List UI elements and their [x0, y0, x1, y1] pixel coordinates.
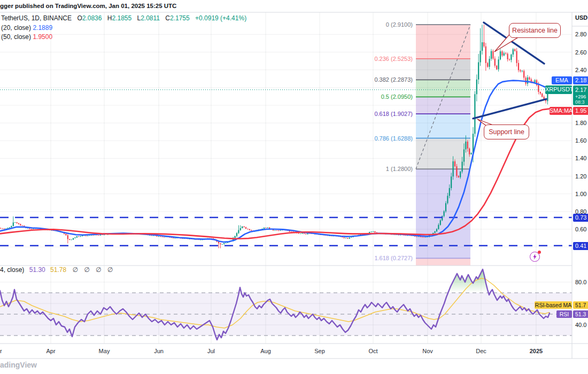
low-value: 2.0811 [141, 14, 160, 22]
sma-params: (50, close) [1, 33, 31, 41]
price-axis-tick: 2.80 [575, 31, 586, 37]
symbol-legend-row[interactable]: TetherUS, 1D, BINANCE O2.0836 H2.1855 L2… [1, 14, 246, 24]
rsi-axis-tick: 80.0 [575, 279, 586, 285]
rsi-ma-value: 51.78 [50, 266, 66, 274]
main-legend[interactable]: TetherUS, 1D, BINANCE O2.0836 H2.1855 L2… [1, 14, 246, 42]
sma-axis-badge-label[interactable]: SMA:MA [550, 107, 572, 115]
support-trendline[interactable] [473, 99, 546, 118]
rsi-ma-axis-badge-value[interactable]: 51.7 [573, 301, 588, 309]
close-value: 2.1755 [170, 14, 190, 22]
tradingview-watermark[interactable]: adingView [0, 361, 37, 369]
price-axis-tick: 2.40 [575, 67, 586, 73]
time-axis-label: Oct [368, 348, 377, 354]
upper-ray-badge[interactable]: 0.73 [573, 214, 588, 222]
high-value: 2.1855 [112, 14, 131, 22]
sma-axis-badge-value[interactable]: 1.95 [573, 107, 588, 115]
rsi-axis-badge-label[interactable]: RSI [556, 310, 572, 318]
rsi-empty-slots: ∅ ∅ ∅ ∅ [72, 266, 115, 274]
price-axis-tick: 0.60 [575, 226, 586, 232]
fib-level-label: 1.618 (0.2727) [374, 255, 413, 261]
rsi-band [0, 293, 572, 336]
price-axis-tick: 1.40 [575, 155, 586, 161]
attribution-bar: gger published on TradingView.com, Jan 0… [0, 0, 588, 12]
change-value: +0.0919 (+4.41%) [195, 14, 246, 22]
fib-level-label: 0.382 (2.2873) [374, 76, 413, 83]
lightning-bolt-icon [531, 253, 538, 260]
chart-canvas[interactable]: 0 (2.9100)0.236 (2.5253)0.382 (2.2873)0.… [0, 0, 588, 374]
fib-level-label: 1 (1.2800) [386, 166, 413, 172]
price-axis-tick: 1.00 [575, 191, 586, 197]
horizontal-rays[interactable] [0, 217, 572, 246]
price-scale-currency: USD [575, 14, 587, 21]
price-axis-tick: 1.80 [575, 120, 586, 126]
fib-level-label: 0.786 (1.6288) [374, 135, 413, 142]
ema-axis-badge-label[interactable]: EMA [552, 76, 572, 84]
fib-level-labels: 0 (2.9100)0.236 (2.5253)0.382 (2.2873)0.… [374, 21, 413, 261]
time-axis-label: Jul [207, 348, 215, 354]
time-axis-label: Aug [260, 348, 271, 354]
time-axis-label: May [99, 348, 110, 354]
time-axis-label: Apr [46, 348, 55, 354]
resistance-callout[interactable]: Resistance line [509, 23, 561, 38]
open-value: 2.0836 [82, 14, 102, 22]
ema-legend-row[interactable]: (20, close) 2.1889 [1, 24, 246, 33]
rsi-params: 4, close) [0, 266, 24, 274]
bar-countdown: 08:3 [575, 99, 588, 105]
fib-level-label: 0 (2.9100) [386, 21, 413, 28]
sma-value: 1.9500 [33, 33, 52, 41]
time-axis-label: Jun [154, 348, 164, 354]
time-axis-label: 2025 [530, 348, 543, 354]
change-percent: +296 [575, 94, 588, 99]
ema-value: 2.1889 [33, 24, 52, 32]
support-callout[interactable]: Support line [484, 124, 529, 139]
time-axis-label: Sep [314, 348, 325, 354]
sma-legend-row[interactable]: (50, close) 1.9500 [1, 33, 246, 42]
rsi-legend[interactable]: 4, close) 51.30 51.78 ∅ ∅ ∅ ∅ [0, 266, 115, 274]
rsi-axis-badge-value[interactable]: 51.3 [573, 310, 588, 318]
notification-dot [538, 251, 541, 254]
fib-level-label: 0.618 (1.9027) [374, 111, 413, 117]
fib-retracement[interactable] [416, 25, 470, 266]
last-price: 2.17 [575, 85, 588, 94]
fib-level-label: 0.5 (2.0950) [381, 94, 413, 100]
price-axis-tick: 1.60 [575, 137, 586, 144]
ema-params: (20, close) [1, 24, 31, 32]
time-axis-label: Nov [422, 348, 433, 354]
time-axis-label: Dec [476, 348, 486, 354]
price-axis-tick: 2.60 [575, 49, 586, 56]
close-label: C [165, 14, 170, 22]
time-axis-label: r [0, 348, 2, 354]
rsi-value: 51.30 [29, 266, 45, 274]
ema-axis-badge-value[interactable]: 2.18 [573, 76, 588, 84]
symbol-title: TetherUS, 1D, BINANCE [1, 14, 72, 22]
fib-level-label: 0.236 (2.5253) [374, 56, 413, 62]
price-axis-tick: 1.20 [575, 173, 586, 180]
rsi-ma-axis-badge-label[interactable]: RSI-based MA [535, 301, 572, 309]
lower-ray-badge[interactable]: 0.41 [573, 242, 588, 250]
open-label: O [77, 14, 82, 22]
symbol-axis-badge-label[interactable]: XRPUSDT [545, 85, 572, 94]
rsi-axis-tick: 40.0 [575, 322, 586, 328]
symbol-axis-badge-value[interactable]: 2.17 +296 08:3 [573, 85, 588, 105]
